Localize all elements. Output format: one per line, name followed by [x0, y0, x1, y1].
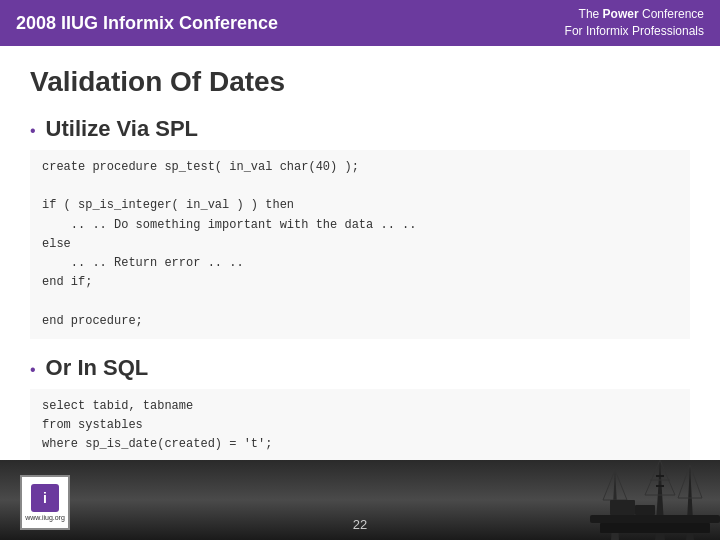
- tagline-power: Power: [603, 7, 639, 21]
- section1-bullet: •: [30, 122, 36, 140]
- svg-rect-18: [635, 505, 655, 515]
- svg-line-4: [660, 460, 675, 495]
- code-block-sql: select tabid, tabname from systables whe…: [30, 389, 690, 463]
- header: 2008 IIUG Informix Conference The Power …: [0, 0, 720, 46]
- main-content: Validation Of Dates • Utilize Via SPL cr…: [0, 46, 720, 460]
- tagline-conference: Conference: [639, 7, 704, 21]
- svg-rect-2: [656, 485, 664, 487]
- tower-silhouette: [460, 460, 720, 540]
- tagline: The Power Conference For Informix Profes…: [565, 6, 704, 40]
- tagline-the: The: [579, 7, 603, 21]
- svg-line-12: [678, 465, 690, 498]
- page-title: Validation Of Dates: [30, 66, 690, 98]
- section2-bullet: •: [30, 361, 36, 379]
- logo-letter: i: [43, 490, 47, 506]
- svg-line-9: [615, 470, 627, 500]
- section2-heading: Or In SQL: [46, 355, 149, 381]
- logo-url: www.iiug.org: [25, 514, 65, 521]
- section1-bullet-item: • Utilize Via SPL: [30, 116, 690, 142]
- logo-icon: i: [31, 484, 59, 512]
- svg-line-13: [690, 465, 702, 498]
- svg-rect-16: [600, 523, 710, 533]
- svg-rect-1: [656, 475, 664, 477]
- svg-rect-15: [590, 515, 720, 523]
- svg-rect-17: [610, 500, 635, 515]
- page-number: 22: [353, 517, 367, 532]
- tagline-line2: For Informix Professionals: [565, 23, 704, 40]
- tagline-line1: The Power Conference: [565, 6, 704, 23]
- svg-line-3: [645, 460, 660, 495]
- section2-bullet-item: • Or In SQL: [30, 355, 690, 381]
- bottom-bar: i www.iiug.org 22: [0, 460, 720, 540]
- section1-heading: Utilize Via SPL: [46, 116, 198, 142]
- svg-line-8: [603, 470, 615, 500]
- code-block-spl: create procedure sp_test( in_val char(40…: [30, 150, 690, 339]
- conference-title: 2008 IIUG Informix Conference: [16, 13, 278, 34]
- logo-area: i www.iiug.org: [20, 475, 70, 530]
